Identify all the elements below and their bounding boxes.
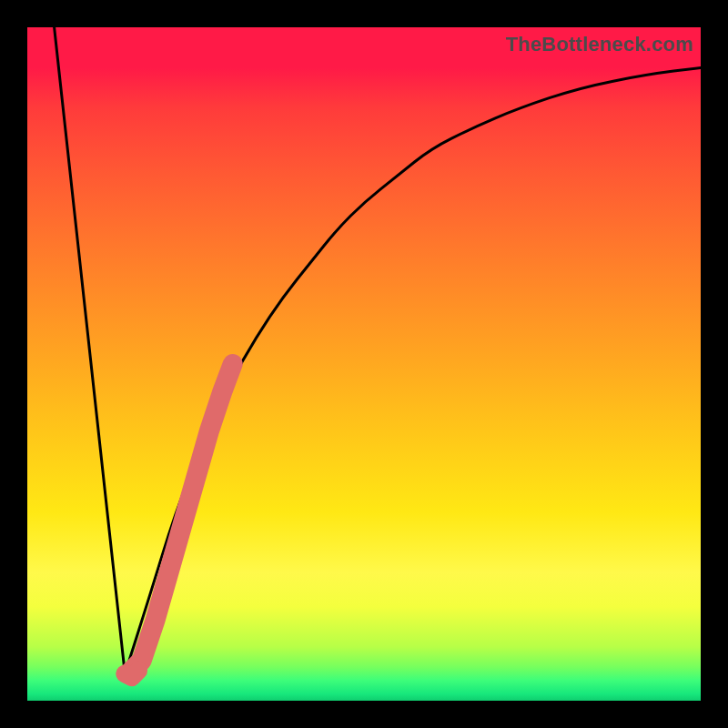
curve-left <box>55 27 126 673</box>
curve-layer <box>27 27 701 701</box>
chart-frame: TheBottleneck.com <box>0 0 728 728</box>
highlight-segment <box>132 364 233 671</box>
highlight-cap <box>125 671 138 677</box>
plot-area: TheBottleneck.com <box>27 27 701 701</box>
curve-right <box>125 67 701 673</box>
